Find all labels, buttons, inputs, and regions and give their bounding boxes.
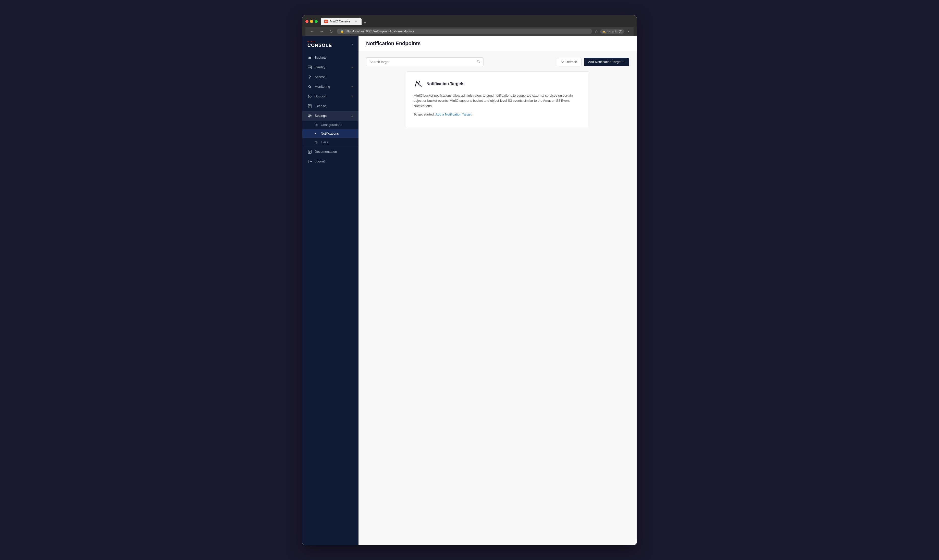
sidebar-item-support[interactable]: ℹ Support ▼ — [302, 92, 359, 101]
info-card-header: Notification Targets — [413, 79, 581, 88]
reload-button[interactable]: ↻ — [328, 29, 334, 34]
maximize-button[interactable] — [315, 20, 318, 23]
sidebar-item-identity[interactable]: Identity ▲ — [302, 63, 359, 72]
notifications-icon: λ — [314, 132, 318, 136]
settings-chevron-icon: ▲ — [351, 114, 353, 117]
add-notification-target-button[interactable]: Add Notification Target + — [584, 58, 629, 66]
sidebar-item-tiers[interactable]: Tiers — [302, 138, 359, 147]
svg-rect-1 — [308, 57, 311, 59]
add-icon: + — [623, 60, 625, 64]
close-button[interactable] — [305, 20, 308, 23]
info-card: Notification Targets MinIO bucket notifi… — [406, 71, 589, 128]
svg-text:ℹ: ℹ — [309, 95, 310, 98]
monitoring-icon — [307, 85, 312, 89]
lock-icon: 🔒 — [341, 30, 344, 33]
logo-text: MINIO CONSOLE — [307, 40, 332, 48]
svg-rect-7 — [310, 77, 310, 78]
svg-point-19 — [316, 125, 317, 125]
license-icon — [307, 104, 312, 108]
support-icon: ℹ — [307, 94, 312, 99]
sidebar-item-logout[interactable]: Logout — [302, 157, 359, 166]
svg-point-17 — [309, 115, 310, 116]
app-layout: MINIO CONSOLE ‹ Buckets — [302, 36, 637, 545]
minimize-button[interactable] — [310, 20, 313, 23]
svg-point-3 — [308, 67, 310, 68]
page-body: ↻ Refresh Add Notification Target + — [359, 51, 637, 545]
page-title: Notification Endpoints — [366, 40, 629, 46]
svg-line-10 — [310, 87, 311, 88]
bookmark-button[interactable]: ☆ — [595, 29, 598, 34]
page-header: Notification Endpoints — [359, 36, 637, 51]
monitoring-label: Monitoring — [315, 85, 330, 88]
logo-console: CONSOLE — [307, 43, 332, 48]
sidebar-item-buckets[interactable]: Buckets — [302, 53, 359, 63]
svg-point-8 — [310, 78, 310, 79]
search-input[interactable] — [370, 60, 475, 64]
incognito-icon: 🕵 — [602, 30, 606, 33]
toolbar: ↻ Refresh Add Notification Target + — [366, 57, 629, 66]
license-label: License — [315, 104, 326, 108]
url-field[interactable]: 🔒 http://localhost:9001/settings/notific… — [337, 29, 592, 34]
sidebar: MINIO CONSOLE ‹ Buckets — [302, 36, 359, 545]
tab-close-button[interactable]: ✕ — [354, 19, 358, 23]
sidebar-item-notifications[interactable]: λ Notifications — [302, 129, 359, 138]
documentation-icon — [307, 149, 312, 154]
access-icon — [307, 75, 312, 79]
notifications-label: Notifications — [321, 132, 339, 135]
paragraph2-prefix: To get started, — [413, 112, 435, 116]
logout-label: Logout — [315, 159, 325, 163]
new-tab-button[interactable]: + — [362, 20, 369, 25]
refresh-icon: ↻ — [561, 60, 564, 64]
sidebar-item-settings[interactable]: Settings ▲ — [302, 111, 359, 121]
support-label: Support — [315, 94, 326, 98]
sidebar-logo: MINIO CONSOLE ‹ — [302, 36, 359, 53]
logo-mini: MINIO — [307, 40, 332, 43]
sidebar-collapse-button[interactable]: ‹ — [352, 42, 353, 46]
browser-window: M MinIO Console ✕ + ← → ↻ 🔒 http://local… — [302, 15, 637, 545]
address-bar: ← → ↻ 🔒 http://localhost:9001/settings/n… — [305, 27, 634, 36]
settings-icon — [307, 114, 312, 118]
incognito-badge: 🕵 Incognito (3) — [600, 29, 624, 34]
toolbar-right: ↻ Refresh Add Notification Target + — [557, 58, 629, 66]
sidebar-item-configurations[interactable]: Configurations — [302, 121, 359, 129]
refresh-button[interactable]: ↻ Refresh — [557, 58, 581, 66]
incognito-label: Incognito (3) — [607, 30, 622, 33]
identity-label: Identity — [315, 65, 325, 69]
identity-icon — [307, 65, 312, 69]
configurations-icon — [314, 123, 318, 127]
buckets-label: Buckets — [315, 55, 326, 59]
access-label: Access — [315, 75, 325, 79]
sidebar-item-documentation[interactable]: Documentation — [302, 147, 359, 157]
back-button[interactable]: ← — [308, 29, 316, 34]
refresh-label: Refresh — [566, 60, 577, 64]
active-tab[interactable]: M MinIO Console ✕ — [321, 18, 362, 25]
add-notification-link[interactable]: Add a Notification Target — [435, 112, 471, 116]
sidebar-nav: Buckets Identity ▲ — [302, 53, 359, 540]
configurations-label: Configurations — [321, 123, 342, 127]
svg-point-29 — [477, 60, 479, 62]
sidebar-item-access[interactable]: Access — [302, 72, 359, 82]
search-icon — [476, 60, 480, 64]
identity-chevron-icon: ▲ — [351, 66, 353, 69]
tiers-icon — [314, 140, 318, 144]
tab-bar: M MinIO Console ✕ + — [321, 18, 623, 25]
sidebar-item-monitoring[interactable]: Monitoring ▼ — [302, 82, 359, 92]
svg-text:λ: λ — [315, 132, 316, 135]
logout-icon — [307, 159, 312, 164]
tiers-label: Tiers — [321, 140, 328, 144]
settings-label: Settings — [315, 114, 327, 118]
buckets-icon — [307, 55, 312, 60]
search-box — [366, 57, 484, 66]
window-controls — [305, 20, 318, 23]
monitoring-chevron-icon: ▼ — [351, 85, 353, 88]
svg-point-20 — [315, 124, 318, 126]
info-card-paragraph2: To get started, Add a Notification Targe… — [413, 112, 581, 117]
forward-button[interactable]: → — [318, 29, 325, 34]
sidebar-item-license[interactable]: License — [302, 101, 359, 111]
menu-button[interactable]: ⋮ — [626, 29, 631, 34]
browser-actions: ☆ 🕵 Incognito (3) ⋮ — [595, 29, 631, 34]
paragraph2-suffix: . — [472, 112, 473, 116]
support-chevron-icon: ▼ — [351, 95, 353, 98]
svg-rect-0 — [308, 57, 311, 57]
tab-favicon: M — [324, 20, 328, 23]
